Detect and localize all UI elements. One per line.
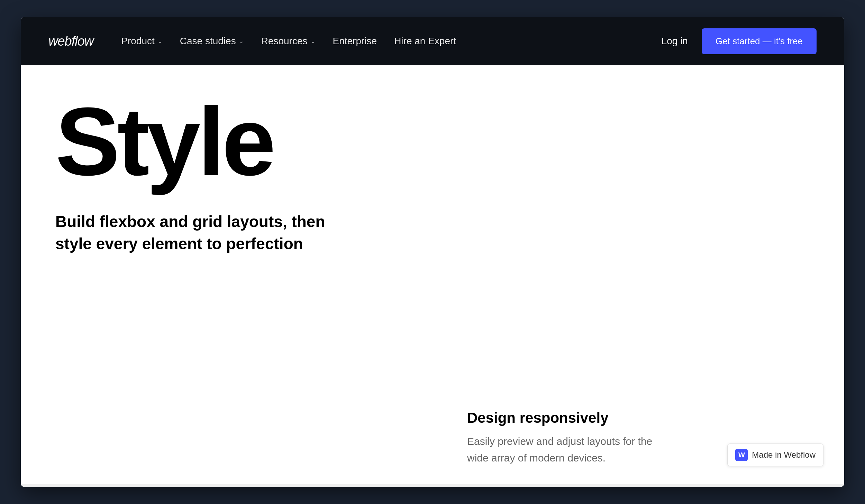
hero-subtitle: Build flexbox and grid layouts, then sty… [55, 211, 332, 255]
nav-item-case-studies[interactable]: Case studies ⌄ [180, 36, 244, 47]
nav-item-case-studies-label: Case studies [180, 36, 236, 47]
nav-item-enterprise-label: Enterprise [333, 36, 377, 47]
bottom-bar [21, 484, 844, 487]
hero-section: Style Build flexbox and grid layouts, th… [55, 93, 810, 396]
webflow-badge-icon: W [735, 449, 748, 461]
nav-item-enterprise[interactable]: Enterprise [333, 36, 377, 47]
get-started-button[interactable]: Get started — it's free [702, 28, 817, 54]
nav-item-hire-expert[interactable]: Hire an Expert [394, 36, 456, 47]
nav-item-product[interactable]: Product ⌄ [121, 36, 163, 47]
login-button[interactable]: Log in [662, 36, 688, 47]
bottom-section: Design responsively Easily preview and a… [55, 396, 810, 466]
webflow-badge-text: Made in Webflow [752, 450, 816, 460]
nav-item-product-label: Product [121, 36, 155, 47]
hero-title: Style [55, 93, 810, 190]
chevron-down-icon: ⌄ [310, 37, 316, 45]
webflow-badge[interactable]: W Made in Webflow [727, 444, 823, 466]
chevron-down-icon: ⌄ [239, 37, 244, 45]
main-content: Style Build flexbox and grid layouts, th… [21, 65, 844, 487]
browser-window: webflow Product ⌄ Case studies ⌄ Resourc… [21, 17, 844, 487]
nav-links: Product ⌄ Case studies ⌄ Resources ⌄ Ent… [121, 36, 640, 47]
feature-description: Easily preview and adjust layouts for th… [467, 433, 675, 466]
logo[interactable]: webflow [48, 34, 93, 49]
nav-item-resources-label: Resources [261, 36, 308, 47]
feature-title: Design responsively [467, 410, 810, 426]
nav-item-resources[interactable]: Resources ⌄ [261, 36, 316, 47]
nav-right: Log in Get started — it's free [662, 28, 817, 54]
chevron-down-icon: ⌄ [157, 37, 163, 45]
navbar: webflow Product ⌄ Case studies ⌄ Resourc… [21, 17, 844, 65]
nav-item-hire-expert-label: Hire an Expert [394, 36, 456, 47]
